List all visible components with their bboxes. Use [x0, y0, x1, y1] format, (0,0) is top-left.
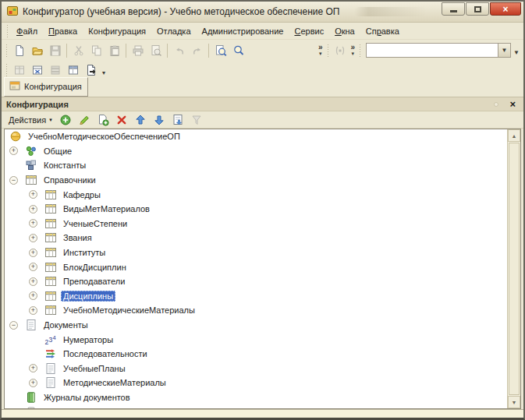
expand-icon[interactable]: + — [29, 379, 37, 387]
combobox-dropdown-button[interactable]: ▼ — [498, 44, 510, 57]
constants-icon — [25, 159, 37, 171]
toolbar-dropdown-caret[interactable]: ▼ — [513, 49, 520, 56]
tree-item-18[interactable]: Журналы документов — [5, 390, 507, 405]
menu-item-5[interactable]: Сервис — [289, 24, 329, 38]
tree-item-3[interactable]: −Справочники — [5, 173, 507, 188]
scroll-down-button[interactable]: ▼ — [508, 396, 520, 408]
save-icon[interactable] — [46, 42, 64, 59]
collapse-icon[interactable]: − — [9, 176, 18, 185]
toolbar-separator — [208, 44, 209, 58]
expand-icon[interactable]: + — [29, 263, 37, 271]
expand-icon[interactable]: + — [29, 219, 37, 228]
tree-item-10[interactable]: +Преподаватели — [5, 274, 507, 289]
search-combobox: ▼ — [366, 43, 511, 58]
toolbar-grip[interactable] — [5, 25, 9, 37]
copy-icon[interactable] — [87, 42, 105, 59]
move-down-icon[interactable] — [151, 112, 168, 128]
sequence-icon — [44, 348, 57, 360]
move-into-icon[interactable] — [169, 112, 186, 128]
tree-item-14[interactable]: 234Нумераторы — [5, 332, 507, 347]
scroll-up-button[interactable]: ▲ — [508, 129, 520, 142]
config-root-icon — [9, 130, 22, 143]
table-icon[interactable] — [64, 62, 82, 79]
grid-x-icon[interactable] — [28, 62, 46, 79]
toolbar-overflow-button[interactable]: »▾ — [318, 44, 323, 57]
cut-icon[interactable] — [69, 42, 87, 59]
tree-item-16[interactable]: +УчебныеПланы — [5, 362, 507, 376]
tree-item-15[interactable]: Последовательности — [5, 347, 507, 362]
find-next-icon[interactable] — [229, 42, 247, 59]
toolbar-grip[interactable] — [5, 44, 9, 57]
find-icon[interactable] — [211, 42, 229, 59]
panel-close-button[interactable]: × — [506, 99, 519, 109]
tree-item-13[interactable]: −Документы — [5, 318, 507, 333]
tree-item-label: Документы — [41, 319, 90, 330]
print-icon[interactable] — [129, 42, 147, 59]
search-combobox-input[interactable] — [367, 44, 498, 57]
menu-item-6[interactable]: Окна — [329, 24, 360, 38]
grid-icon[interactable] — [10, 62, 28, 79]
tree-item-4[interactable]: +Кафедры — [5, 187, 507, 202]
tree-item-5[interactable]: +ВидыМетМатериалов — [5, 202, 507, 217]
expand-icon[interactable]: + — [29, 249, 37, 257]
menu-item-7[interactable]: Справка — [360, 24, 405, 38]
panel-pin-icon — [494, 102, 498, 107]
tree-item-12[interactable]: +УчебноМетодическиеМатериалы — [5, 303, 507, 318]
menu-item-2[interactable]: Конфигурация — [83, 24, 151, 38]
copy-add-icon[interactable] — [94, 112, 112, 128]
tree-item-9[interactable]: +БлокДисциплин — [5, 259, 507, 274]
expand-icon[interactable]: + — [29, 291, 37, 300]
maximize-button[interactable] — [466, 2, 489, 16]
move-up-icon[interactable] — [132, 112, 149, 128]
delete-icon[interactable] — [113, 112, 130, 128]
toolbar-dropdown-caret[interactable]: ▾ — [102, 69, 105, 76]
tree-item-8[interactable]: +Институты — [5, 245, 507, 260]
undo-icon[interactable] — [170, 42, 188, 59]
expand-icon[interactable]: + — [29, 277, 37, 286]
print-preview-icon[interactable] — [147, 42, 165, 59]
tree-item-1[interactable]: +Общие — [5, 144, 507, 159]
toolbar-grip[interactable] — [326, 44, 330, 57]
menu-item-3[interactable]: Отладка — [151, 24, 196, 38]
collapse-icon[interactable]: − — [9, 321, 18, 330]
expand-icon[interactable]: + — [29, 306, 37, 315]
expand-icon[interactable]: + — [29, 205, 37, 214]
vertical-scrollbar[interactable]: ▲ ▼ — [507, 129, 520, 408]
tree-item-label: Общие — [41, 146, 74, 157]
scrollbar-thumb[interactable] — [509, 143, 520, 395]
toolbar-grip[interactable] — [5, 64, 9, 76]
add-icon[interactable] — [57, 112, 74, 128]
menu-item-4[interactable]: Администрирование — [197, 24, 289, 38]
document-icon — [44, 362, 57, 375]
toolbar-overflow-button[interactable]: »▾ — [351, 44, 356, 57]
tree-item-19[interactable]: Перечисления — [5, 404, 507, 408]
expand-icon[interactable]: + — [9, 146, 18, 155]
tree-item-7[interactable]: +Звания — [5, 231, 507, 245]
doc-arrow-icon[interactable] — [82, 62, 100, 79]
expand-icon[interactable]: + — [29, 190, 37, 199]
book-stack-icon[interactable] — [46, 62, 64, 79]
actions-menu-button[interactable]: Действия ▾ — [5, 114, 56, 126]
filter-icon[interactable] — [188, 112, 205, 128]
tree-item-label: ВидыМетМатериалов — [61, 203, 152, 214]
configuration-panel-header: Конфигурация × — [2, 97, 523, 111]
expand-icon[interactable]: + — [29, 234, 37, 242]
module-check-icon[interactable] — [332, 42, 349, 59]
tree-item-11[interactable]: +Дисциплины — [5, 289, 507, 304]
menu-item-1[interactable]: Правка — [43, 24, 83, 38]
new-icon[interactable] — [10, 42, 28, 59]
paste-icon[interactable] — [105, 42, 123, 59]
tree-item-17[interactable]: +МетодическиеМатериалы — [5, 376, 507, 390]
tree-item-2[interactable]: Константы — [5, 158, 507, 173]
expand-icon[interactable]: + — [29, 364, 37, 372]
toolbar-grip[interactable] — [358, 44, 362, 57]
close-button[interactable]: × — [490, 2, 521, 16]
open-icon[interactable] — [28, 42, 46, 59]
edit-icon[interactable] — [76, 112, 93, 128]
menu-item-0[interactable]: Файл — [11, 24, 43, 38]
redo-icon[interactable] — [188, 42, 206, 59]
tree-item-0[interactable]: УчебноМетодическоеОбеспечениеОП — [5, 129, 507, 144]
tree-item-6[interactable]: +УченыеСтепени — [5, 217, 507, 231]
minimize-button[interactable] — [442, 2, 465, 16]
tab-configuration[interactable]: Конфигурация — [4, 77, 88, 97]
